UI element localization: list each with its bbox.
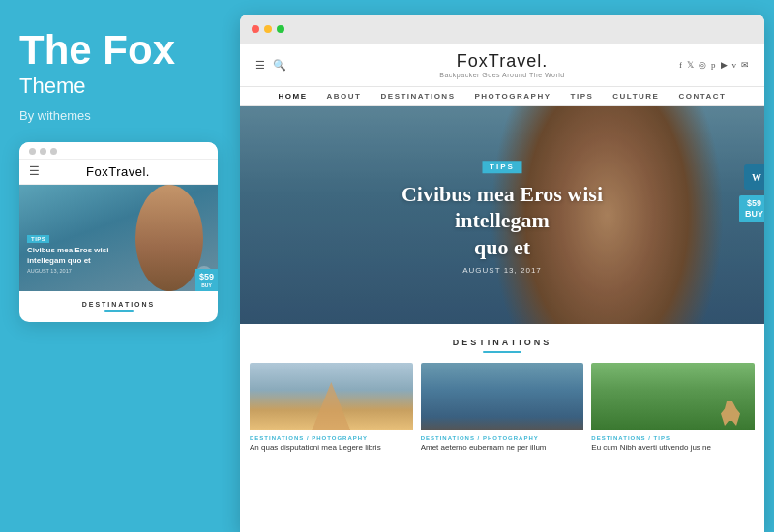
dot-2 — [40, 148, 46, 155]
mobile-price-label: BUY — [201, 282, 212, 288]
dest-image-2 — [421, 363, 584, 430]
mobile-logo: FoxTravel. — [86, 164, 150, 179]
mobile-nav: ☰ FoxTravel. — [19, 159, 218, 185]
hamburger-icon[interactable]: ☰ — [29, 164, 40, 179]
site-header-left: ☰ 🔍 — [255, 59, 313, 72]
dest-image-3 — [591, 363, 755, 430]
site-content: ☰ 🔍 FoxTravel. Backpacker Goes Around Th… — [240, 44, 764, 532]
nav-about[interactable]: ABOUT — [327, 92, 362, 101]
site-tagline: Backpacker Goes Around The World — [313, 72, 691, 78]
destinations-label: DESTINATIONS — [250, 338, 755, 347]
site-header: ☰ 🔍 FoxTravel. Backpacker Goes Around Th… — [240, 44, 764, 87]
nav-photography[interactable]: PHOTOGRAPHY — [474, 92, 551, 101]
twitter-icon[interactable]: 𝕏 — [687, 60, 694, 70]
mobile-hero-text: TIPS Civibus mea Eros wisi intellegam qu… — [27, 227, 124, 274]
left-panel: The Fox Theme By withemes ☰ FoxTravel. T… — [0, 0, 240, 532]
theme-title: The Fox — [19, 29, 175, 72]
dest-tags-2: DESTINATIONS / PHOTOGRAPHY — [421, 435, 584, 441]
mobile-price-value: $59 — [199, 272, 214, 281]
browser-window: ☰ 🔍 FoxTravel. Backpacker Goes Around Th… — [240, 15, 764, 532]
price-badge[interactable]: $59 BUY — [739, 195, 764, 222]
destinations-section: DESTINATIONS DESTINATIONS / PHOTOGRAPHY … — [240, 324, 764, 462]
price-label: BUY — [745, 209, 763, 219]
mobile-preview: ☰ FoxTravel. TIPS Civibus mea Eros wisi … — [19, 142, 218, 322]
browser-chrome — [240, 15, 764, 44]
hero-text: TIPS Civibus mea Eros wisi intellegamquo… — [372, 156, 634, 276]
destinations-underline — [483, 351, 521, 353]
dest-card-2: DESTINATIONS / PHOTOGRAPHY Amet aeterno … — [421, 363, 584, 453]
youtube-icon[interactable]: ▶ — [721, 60, 728, 70]
dest-tags-1: DESTINATIONS / PHOTOGRAPHY — [250, 435, 413, 441]
nav-contact[interactable]: CONTACT — [678, 92, 726, 101]
nav-culture[interactable]: CULTURE — [612, 92, 659, 101]
dest-image-1 — [250, 363, 413, 430]
mobile-destinations-label: DESTINATIONS — [27, 301, 210, 308]
destinations-header: DESTINATIONS — [250, 338, 755, 353]
dest-text-2: Amet aeterno eubernam ne per illum — [421, 443, 584, 453]
theme-subtitle: Theme — [19, 74, 85, 99]
email-icon[interactable]: ✉ — [741, 60, 749, 70]
mobile-category-badge: TIPS — [27, 235, 49, 243]
dest-card-1: DESTINATIONS / PHOTOGRAPHY An quas dispu… — [250, 363, 413, 453]
browser-dot-green[interactable] — [277, 25, 284, 33]
search-icon[interactable]: 🔍 — [273, 59, 286, 72]
nav-tips[interactable]: TIPS — [571, 92, 594, 101]
theme-author: By withemes — [19, 108, 91, 123]
instagram-icon[interactable]: ◎ — [699, 60, 706, 70]
dot-3 — [50, 148, 57, 155]
dot-1 — [29, 148, 36, 155]
hero-title: Civibus mea Eros wisi intellegamquo et — [372, 181, 634, 261]
dest-text-1: An quas disputationi mea Legere libris — [250, 443, 413, 453]
nav-home[interactable]: HOME — [279, 92, 308, 101]
mobile-hero: TIPS Civibus mea Eros wisi intellegam qu… — [19, 185, 218, 291]
site-logo-area: FoxTravel. Backpacker Goes Around The Wo… — [313, 51, 691, 78]
hero-date: AUGUST 13, 2017 — [372, 266, 634, 275]
mobile-top-bar — [19, 142, 218, 159]
browser-dot-yellow[interactable] — [264, 25, 272, 33]
dest-tags-3: DESTINATIONS / TIPS — [591, 435, 755, 441]
site-header-right: f 𝕏 ◎ p ▶ v ✉ — [691, 60, 749, 70]
dest-text-3: Eu cum Nibh averti utivendo jus ne — [591, 443, 755, 453]
facebook-icon[interactable]: f — [679, 60, 682, 70]
mobile-destinations: DESTINATIONS — [19, 291, 218, 322]
browser-dot-red[interactable] — [252, 25, 259, 33]
price-value: $59 — [747, 198, 761, 208]
menu-icon[interactable]: ☰ — [255, 59, 265, 72]
hero-section: TIPS Civibus mea Eros wisi intellegamquo… — [240, 106, 764, 324]
mobile-hero-title: Civibus mea Eros wisi intellegam quo et — [27, 246, 124, 266]
hero-category-badge: TIPS — [482, 161, 522, 173]
mobile-hero-figure — [135, 185, 203, 291]
wordpress-badge[interactable]: W — [744, 164, 764, 190]
site-nav: HOME ABOUT DESTINATIONS PHOTOGRAPHY TIPS… — [240, 87, 764, 106]
mobile-price-badge[interactable]: $59 BUY — [195, 269, 218, 291]
mobile-destinations-underline — [104, 310, 134, 312]
mobile-hero-date: AUGUST 13, 2017 — [27, 268, 124, 274]
destinations-grid: DESTINATIONS / PHOTOGRAPHY An quas dispu… — [250, 363, 755, 453]
nav-destinations[interactable]: DESTINATIONS — [381, 92, 456, 101]
site-logo: FoxTravel. — [313, 51, 691, 72]
vimeo-icon[interactable]: v — [732, 60, 737, 70]
dest-card-3: DESTINATIONS / TIPS Eu cum Nibh averti u… — [591, 363, 755, 453]
pinterest-icon[interactable]: p — [711, 60, 716, 70]
